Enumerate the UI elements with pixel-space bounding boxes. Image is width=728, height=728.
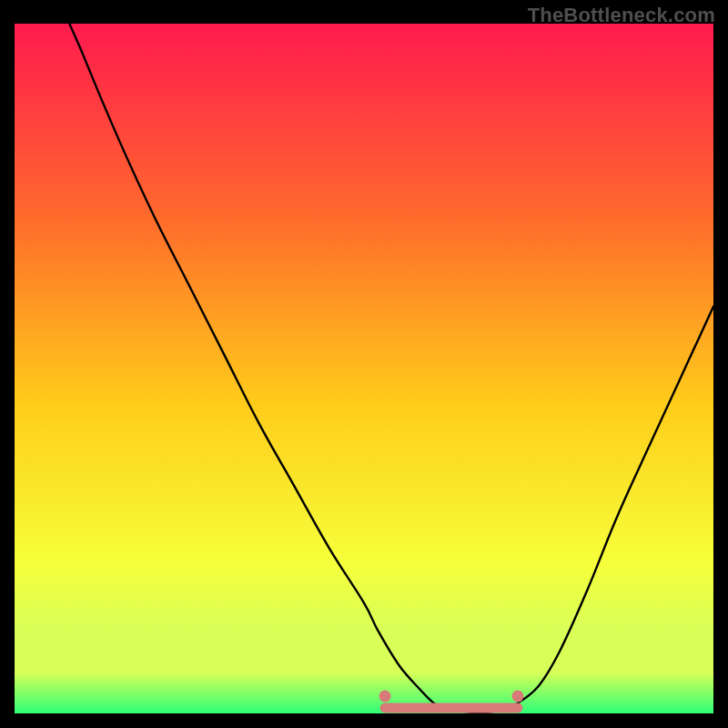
optimal-range-end-dot [511, 691, 523, 703]
optimal-range-start-dot [379, 691, 391, 703]
chart-container: TheBottleneck.com [0, 0, 728, 728]
plot-area [15, 24, 713, 713]
chart-svg [15, 24, 713, 713]
watermark-text: TheBottleneck.com [528, 4, 715, 27]
gradient-background [15, 24, 713, 713]
